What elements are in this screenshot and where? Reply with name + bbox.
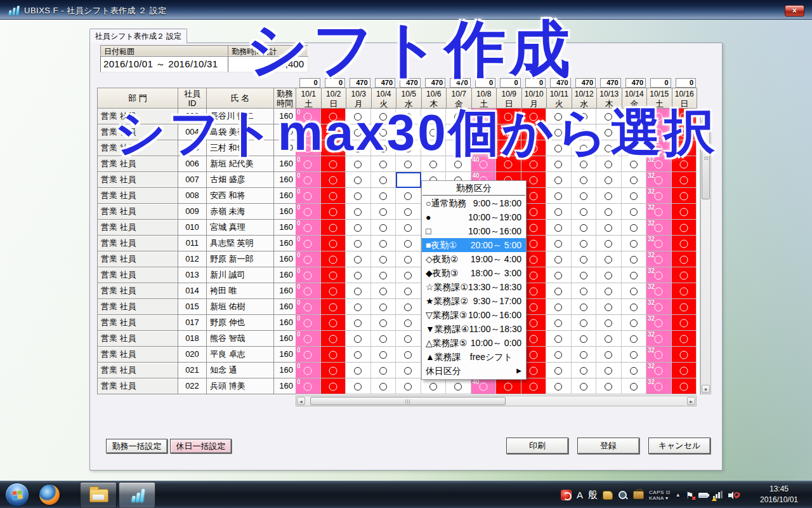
shift-cell[interactable] bbox=[521, 140, 547, 156]
total-hours-field[interactable]: 9,400 bbox=[228, 56, 308, 72]
shift-cell[interactable] bbox=[622, 109, 647, 124]
shift-cell[interactable] bbox=[396, 283, 421, 299]
shift-cell[interactable] bbox=[371, 378, 396, 394]
register-button[interactable]: 登録 bbox=[577, 438, 639, 454]
shift-cell[interactable] bbox=[446, 109, 471, 124]
action-center-icon[interactable]: ⚑✖ bbox=[686, 490, 694, 500]
shift-cell[interactable] bbox=[346, 220, 371, 236]
shift-cell[interactable] bbox=[321, 124, 346, 140]
shift-cell[interactable] bbox=[371, 204, 396, 220]
shift-cell[interactable] bbox=[321, 251, 346, 267]
shift-cell[interactable]: 32 bbox=[646, 156, 672, 172]
taskbar-clock[interactable]: 13:45 2016/10/01 bbox=[750, 484, 808, 505]
shift-cell[interactable] bbox=[572, 109, 597, 124]
shift-cell[interactable] bbox=[346, 188, 371, 204]
shift-cell[interactable] bbox=[572, 283, 597, 299]
shift-cell[interactable]: 40 bbox=[471, 109, 497, 124]
shift-cell[interactable] bbox=[346, 156, 371, 172]
date-range-field[interactable]: 2016/10/01 ～ 2016/10/31 bbox=[100, 56, 228, 72]
shift-cell[interactable] bbox=[572, 267, 597, 283]
shift-cell[interactable] bbox=[596, 109, 622, 124]
shift-cell[interactable] bbox=[672, 283, 697, 299]
shift-cell[interactable] bbox=[371, 188, 396, 204]
shift-cell[interactable] bbox=[672, 299, 697, 315]
shift-cell[interactable] bbox=[321, 140, 346, 156]
shift-cell[interactable]: 32 bbox=[646, 299, 672, 315]
shift-cell[interactable] bbox=[371, 172, 396, 188]
shift-cell[interactable] bbox=[546, 267, 572, 283]
shift-cell[interactable] bbox=[521, 124, 547, 140]
shift-cell[interactable] bbox=[622, 220, 647, 236]
shift-cell[interactable] bbox=[596, 363, 622, 378]
shift-cell[interactable]: 0 bbox=[296, 251, 321, 267]
shift-cell[interactable] bbox=[421, 140, 447, 156]
shift-cell[interactable] bbox=[572, 347, 597, 363]
shift-cell[interactable] bbox=[396, 204, 421, 220]
shift-cell[interactable] bbox=[546, 124, 572, 140]
shift-cell[interactable] bbox=[421, 378, 447, 394]
shift-cell[interactable] bbox=[596, 188, 622, 204]
shift-cell[interactable] bbox=[521, 378, 547, 394]
battery-icon[interactable] bbox=[698, 493, 708, 498]
shift-cell[interactable] bbox=[396, 236, 421, 251]
ime-search-icon[interactable] bbox=[618, 490, 628, 500]
shift-cell[interactable] bbox=[546, 220, 572, 236]
shift-cell[interactable] bbox=[546, 188, 572, 204]
shift-cell[interactable]: 32 bbox=[646, 204, 672, 220]
shift-cell[interactable] bbox=[596, 156, 622, 172]
shift-cell[interactable] bbox=[396, 140, 421, 156]
shift-cell[interactable] bbox=[572, 220, 597, 236]
shift-cell[interactable] bbox=[346, 251, 371, 267]
horizontal-scrollbar[interactable]: ◄ ||| ► bbox=[296, 396, 697, 406]
shift-cell[interactable] bbox=[572, 299, 597, 315]
shift-cell[interactable] bbox=[596, 220, 622, 236]
shift-cell[interactable] bbox=[572, 236, 597, 251]
close-button[interactable]: × bbox=[785, 5, 804, 17]
shift-cell[interactable] bbox=[546, 251, 572, 267]
shift-cell[interactable] bbox=[546, 363, 572, 378]
shift-cell[interactable] bbox=[346, 315, 371, 331]
shift-cell[interactable] bbox=[371, 124, 396, 140]
shift-cell[interactable] bbox=[396, 172, 421, 188]
shift-cell[interactable] bbox=[321, 331, 346, 347]
shift-cell[interactable] bbox=[622, 347, 647, 363]
horizontal-scroll-thumb[interactable]: ||| bbox=[310, 397, 506, 405]
shift-cell[interactable] bbox=[396, 188, 421, 204]
shift-cell[interactable] bbox=[396, 124, 421, 140]
shift-cell[interactable]: 0 bbox=[296, 204, 321, 220]
caps-kana-indicator[interactable]: CAPS ⊡ KANA ▾ bbox=[649, 490, 671, 501]
shift-cell[interactable] bbox=[622, 299, 647, 315]
menu-item[interactable]: ★業務課②9:30～17:00 bbox=[422, 294, 526, 308]
shift-cell[interactable] bbox=[546, 331, 572, 347]
shift-cell[interactable] bbox=[346, 140, 371, 156]
shift-cell[interactable] bbox=[622, 124, 647, 140]
shift-cell[interactable] bbox=[371, 283, 396, 299]
shift-cell[interactable] bbox=[572, 204, 597, 220]
shift-cell[interactable] bbox=[672, 109, 697, 124]
shift-cell[interactable] bbox=[396, 378, 421, 394]
shift-cell[interactable] bbox=[596, 236, 622, 251]
shift-cell[interactable]: 32 bbox=[646, 140, 672, 156]
menu-item[interactable]: △業務課⑤10:00～ 0:00 bbox=[422, 336, 526, 350]
show-hidden-icons-button[interactable]: ▲ bbox=[676, 492, 681, 498]
shift-cell[interactable] bbox=[421, 156, 447, 172]
shift-cell[interactable]: 0 bbox=[296, 299, 321, 315]
shift-cell[interactable] bbox=[321, 204, 346, 220]
shift-cell[interactable] bbox=[371, 363, 396, 378]
menu-item[interactable]: ◆夜勤③18:00～ 3:00 bbox=[422, 266, 526, 280]
taskbar-app-button[interactable] bbox=[119, 482, 155, 508]
shift-cell[interactable] bbox=[622, 331, 647, 347]
shift-cell[interactable] bbox=[596, 315, 622, 331]
shift-cell[interactable] bbox=[672, 204, 697, 220]
shift-cell[interactable]: 32 bbox=[646, 283, 672, 299]
shift-cell[interactable]: 32 bbox=[646, 188, 672, 204]
shift-cell[interactable] bbox=[396, 363, 421, 378]
shift-cell[interactable] bbox=[596, 267, 622, 283]
shift-cell[interactable] bbox=[672, 331, 697, 347]
shift-cell[interactable] bbox=[321, 220, 346, 236]
shift-cell[interactable] bbox=[622, 188, 647, 204]
shift-cell[interactable]: 0 bbox=[296, 109, 321, 124]
shift-cell[interactable]: 32 bbox=[646, 267, 672, 283]
shift-cell[interactable] bbox=[622, 283, 647, 299]
shift-cell[interactable] bbox=[346, 124, 371, 140]
